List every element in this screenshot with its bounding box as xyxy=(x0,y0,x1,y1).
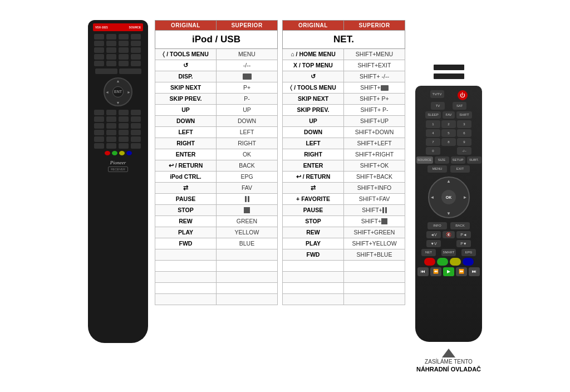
info-btn[interactable]: INFO xyxy=(428,222,447,229)
ok-btn[interactable]: OK xyxy=(441,190,456,204)
sup-cell: SHIFT+BACK xyxy=(344,171,405,182)
tvtv-btn[interactable]: TV/TV xyxy=(430,90,444,98)
pioneer-remote: VSX-1021 SOURCE ▲ ▼ ◄ ► ENT xyxy=(88,20,149,343)
num-4-btn[interactable]: 4 xyxy=(426,129,440,137)
power-btn[interactable]: ⏻ xyxy=(458,90,468,100)
sup-cell: RIGHT xyxy=(217,138,278,149)
orig-cell: FWD xyxy=(283,249,344,260)
table-row: SKIP PREV. SHIFT+ P- xyxy=(283,104,405,115)
orig-cell: PAUSE xyxy=(283,204,344,215)
table-row: PLAY YELLOW xyxy=(155,227,278,238)
table-row xyxy=(155,260,278,271)
source-btn[interactable]: SOURCE xyxy=(416,156,433,164)
sup-cell: SHIFT+ P+ xyxy=(344,93,405,104)
table-row: FWD BLUE xyxy=(155,238,278,249)
exit-btn[interactable]: EXIT xyxy=(450,165,470,173)
next-btn[interactable]: ⏭ xyxy=(469,267,480,276)
table-row: 〈 / TOOLS MENU SHIFT+ xyxy=(283,82,405,93)
tv-btn[interactable]: TV xyxy=(431,102,445,110)
orig-cell: LEFT xyxy=(155,126,217,138)
num-7-btn[interactable]: 7 xyxy=(426,138,440,146)
sup-cell: SHIFT+ xyxy=(344,82,405,93)
orig-cell: PAUSE xyxy=(155,193,217,204)
orig-cell: 〈 / TOOLS MENU xyxy=(283,82,344,93)
sup-cell: -/-- xyxy=(217,60,278,71)
ipod-col1-header: ORIGINAL xyxy=(155,20,217,30)
num-0-btn[interactable]: 0 xyxy=(426,147,440,155)
back-btn[interactable]: BACK xyxy=(450,222,470,229)
num-8-btn[interactable]: 8 xyxy=(441,138,456,146)
red-btn[interactable] xyxy=(424,258,435,266)
down-arrow: ▼ xyxy=(446,211,451,216)
table-row: SKIP PREV. P- xyxy=(155,93,278,104)
sup-cell: EPG xyxy=(217,171,278,182)
orig-cell: ⌂ / HOME MENU xyxy=(283,48,344,60)
green-btn[interactable] xyxy=(437,258,448,266)
orig-cell: ↩ / RETURN xyxy=(155,160,217,171)
sup-cell: UP xyxy=(217,104,278,115)
sup-cell: SHIFT+DOWN xyxy=(344,126,405,138)
sup-cell: BLUE xyxy=(217,238,278,249)
num-2-btn[interactable]: 2 xyxy=(441,120,456,128)
orig-cell: SKIP PREV. xyxy=(283,104,344,115)
prev-btn[interactable]: ⏮ xyxy=(417,267,429,276)
rew-btn[interactable]: ⏪ xyxy=(430,267,441,276)
orig-cell: LEFT xyxy=(283,138,344,149)
table-row: LEFT SHIFT+LEFT xyxy=(283,138,405,149)
mute-btn[interactable]: 🔇 xyxy=(443,231,455,238)
equiv-bar-1 xyxy=(434,65,464,70)
table-row: iPod CTRL. EPG xyxy=(155,171,278,182)
table-row: PAUSE xyxy=(155,193,278,204)
sup-cell: SHIFT+MENU xyxy=(344,48,405,60)
sup-cell: GREEN xyxy=(217,215,278,227)
num-1-btn[interactable]: 1 xyxy=(426,120,440,128)
table-row xyxy=(283,260,405,271)
orig-cell: DOWN xyxy=(155,115,217,126)
num-5-btn[interactable]: 5 xyxy=(441,129,456,137)
num-9-btn[interactable]: 9 xyxy=(457,138,471,146)
table-row: DOWN DOWN xyxy=(155,115,278,126)
sup-cell: SHIFT+ xyxy=(344,204,405,215)
num-3-btn[interactable]: 3 xyxy=(457,120,471,128)
orig-cell: DISP. xyxy=(155,71,217,82)
orig-cell: X / TOP MENU xyxy=(283,60,344,71)
subt-btn[interactable]: SUBT. xyxy=(467,156,481,164)
play-btn[interactable]: ▶ xyxy=(443,267,454,276)
table-row xyxy=(155,249,278,260)
smart-btn[interactable]: SMART xyxy=(441,249,456,256)
table-row: SKIP NEXT P+ xyxy=(155,82,278,93)
p-down-btn[interactable]: P▼ xyxy=(456,240,471,247)
fav-btn[interactable]: FAV xyxy=(443,111,455,119)
table-row: PAUSE SHIFT+ xyxy=(283,204,405,215)
orig-cell: iPod CTRL. xyxy=(155,171,217,182)
net-btn[interactable]: NET xyxy=(421,249,436,256)
sat-btn[interactable]: SAT xyxy=(453,102,466,110)
sup-cell: P- xyxy=(217,93,278,104)
equiv-bar-2 xyxy=(434,74,464,79)
vol-up-btn[interactable]: ▼V xyxy=(426,240,441,247)
table-row: RIGHT SHIFT+RIGHT xyxy=(283,149,405,160)
dash-btn[interactable]: -/-- xyxy=(457,147,471,155)
sup-cell: SHIFT+ P- xyxy=(344,104,405,115)
sup-cell: YELLOW xyxy=(217,227,278,238)
size-btn[interactable]: SIZE xyxy=(435,156,449,164)
sleep-btn[interactable]: SLEEP xyxy=(425,111,441,119)
menu-btn[interactable]: MENU xyxy=(428,165,447,173)
color-buttons xyxy=(424,258,474,266)
orig-cell: STOP xyxy=(155,204,217,215)
tables-section: ORIGINAL SUPERIOR iPod / USB 〈 / TOOLS M… xyxy=(155,20,405,305)
blue-btn[interactable] xyxy=(463,258,474,266)
page-container: VSX-1021 SOURCE ▲ ▼ ◄ ► ENT xyxy=(0,14,570,378)
yellow-btn[interactable] xyxy=(450,258,461,266)
orig-cell: PLAY xyxy=(155,227,217,238)
sup-cell: FAV xyxy=(217,182,278,193)
fwd-btn[interactable]: ⏩ xyxy=(456,267,467,276)
shift-btn[interactable]: SHIFT xyxy=(456,111,472,119)
setup-btn[interactable]: SETUP xyxy=(451,156,465,164)
ipod-usb-table: ORIGINAL SUPERIOR iPod / USB 〈 / TOOLS M… xyxy=(155,20,278,305)
equiv-line2: NÁHRADNÍ OVLADAČ xyxy=(416,366,481,373)
p-up-btn[interactable]: P◄ xyxy=(456,231,471,238)
vol-down-btn[interactable]: ◄V xyxy=(426,231,441,238)
epg-btn[interactable]: EPG xyxy=(461,249,476,256)
num-6-btn[interactable]: 6 xyxy=(457,129,471,137)
